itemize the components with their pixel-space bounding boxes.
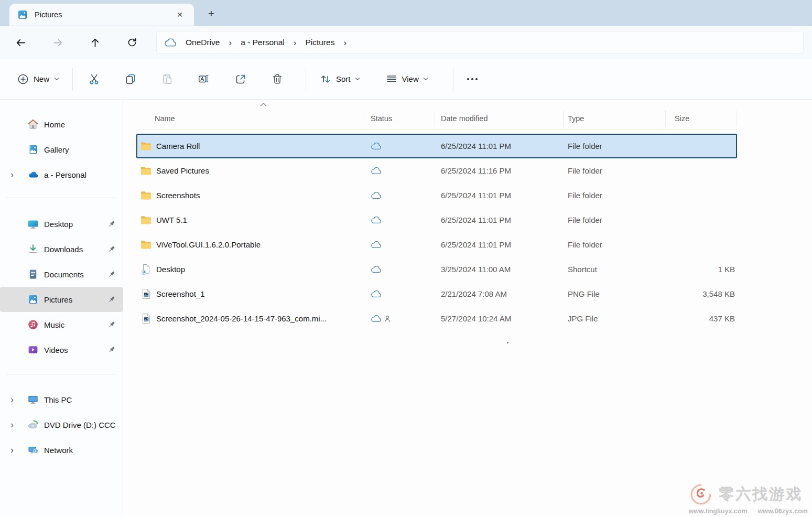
file-name: UWT 5.1 <box>156 216 187 224</box>
breadcrumb-item-onedrive[interactable]: OneDrive <box>179 35 226 50</box>
chevron-down-icon <box>355 77 360 81</box>
paste-button[interactable] <box>153 67 182 91</box>
column-header-date-modified[interactable]: Date modified <box>435 111 564 126</box>
cloud-status-icon <box>371 217 382 224</box>
sidebar-item-documents[interactable]: Documents <box>0 262 123 287</box>
file-name: Camera Roll <box>156 142 200 150</box>
plus-circle-icon <box>17 73 29 85</box>
share-button[interactable] <box>226 67 255 91</box>
file-row-screenshot-2024[interactable]: Screenshot_2024-05-26-14-15-47-963_com.m… <box>136 306 737 331</box>
music-icon <box>27 319 39 330</box>
sort-icon <box>319 73 332 85</box>
expand-chevron-icon[interactable]: › <box>6 445 27 456</box>
sidebar-item-videos[interactable]: Videos <box>0 337 123 362</box>
address-bar[interactable]: OneDrive › a - Personal › Pictures › <box>156 31 804 54</box>
command-bar: New Sort View <box>0 59 812 100</box>
sidebar-item-onedrive-personal[interactable]: › a - Personal <box>0 162 123 187</box>
rename-icon <box>198 73 210 85</box>
shortcut-icon <box>140 264 151 275</box>
view-button[interactable]: View <box>378 68 435 90</box>
rename-button[interactable] <box>189 67 219 91</box>
image-file-icon <box>140 314 151 324</box>
sidebar-item-label: Pictures <box>44 295 72 304</box>
expand-chevron-icon[interactable]: › <box>6 169 27 180</box>
image-file-icon <box>140 289 151 299</box>
file-type: File folder <box>564 191 666 200</box>
folder-icon <box>140 215 151 225</box>
column-header-status[interactable]: Status <box>364 111 435 126</box>
file-list-pane: Name Status Date modified Type Size Came… <box>123 100 812 517</box>
sidebar-item-pictures[interactable]: Pictures <box>0 287 123 312</box>
status-cell <box>364 266 435 273</box>
watermark-logo-icon <box>689 482 715 507</box>
file-row-vivetool[interactable]: ViVeTool.GUI.1.6.2.0.Portable 6/25/2024 … <box>136 232 737 257</box>
status-cell <box>364 192 435 199</box>
tab-bar: Pictures ✕ + <box>0 0 812 26</box>
tab-pictures[interactable]: Pictures ✕ <box>9 4 194 26</box>
file-row-screenshots[interactable]: Screenshots 6/25/2024 11:01 PM File fold… <box>136 183 737 208</box>
sidebar-item-music[interactable]: Music <box>0 312 123 337</box>
sidebar-item-gallery[interactable]: Gallery <box>0 137 123 162</box>
date-modified: 6/25/2024 11:01 PM <box>435 216 564 224</box>
cut-button[interactable] <box>79 67 109 91</box>
refresh-button[interactable] <box>122 33 143 52</box>
gallery-icon <box>27 144 39 155</box>
file-name: Desktop <box>156 265 185 274</box>
sidebar-item-label: Network <box>44 446 73 455</box>
file-row-screenshot-1[interactable]: Screenshot_1 2/21/2024 7:08 AM PNG File … <box>136 282 737 306</box>
dvd-drive-icon <box>27 419 39 430</box>
forward-button[interactable] <box>47 33 68 52</box>
breadcrumb-item-personal[interactable]: a - Personal <box>234 35 291 50</box>
sidebar-item-desktop[interactable]: Desktop <box>0 211 123 236</box>
file-type: PNG File <box>564 289 666 298</box>
file-row-uwt[interactable]: UWT 5.1 6/25/2024 11:01 PM File folder <box>136 208 737 232</box>
navigation-pane: Home Gallery › a - Personal Desktop <box>0 100 123 517</box>
onedrive-icon <box>27 169 39 180</box>
cloud-status-icon <box>371 143 382 150</box>
sidebar-item-this-pc[interactable]: › This PC <box>0 387 123 412</box>
stray-dot <box>507 342 508 343</box>
up-button[interactable] <box>84 33 105 52</box>
delete-button[interactable] <box>263 67 292 91</box>
breadcrumb-chevron-icon[interactable]: › <box>226 38 234 47</box>
tab-title: Pictures <box>35 10 173 19</box>
status-cell <box>364 241 435 249</box>
sort-ascending-caret-icon <box>260 102 267 107</box>
breadcrumb-chevron-icon[interactable]: › <box>341 38 349 47</box>
pictures-icon <box>27 294 39 305</box>
pin-icon <box>107 295 116 304</box>
sidebar-item-downloads[interactable]: Downloads <box>0 236 123 262</box>
file-type: File folder <box>564 142 666 150</box>
sidebar-divider <box>6 374 116 374</box>
sidebar-item-home[interactable]: Home <box>0 112 123 137</box>
sort-button[interactable]: Sort <box>312 68 367 90</box>
expand-chevron-icon[interactable]: › <box>6 419 27 430</box>
date-modified: 2/21/2024 7:08 AM <box>435 289 564 298</box>
desktop-icon <box>27 218 39 230</box>
breadcrumb-item-pictures[interactable]: Pictures <box>298 35 341 50</box>
sidebar-item-dvd-drive[interactable]: › DVD Drive (D:) CCC <box>0 412 123 437</box>
this-pc-icon <box>27 394 39 405</box>
new-button[interactable]: New <box>10 69 66 90</box>
column-header-size[interactable]: Size <box>666 111 737 126</box>
date-modified: 5/27/2024 10:24 AM <box>435 314 564 323</box>
close-tab-icon[interactable]: ✕ <box>173 8 187 21</box>
more-options-button[interactable] <box>460 68 485 91</box>
back-button[interactable] <box>10 33 31 52</box>
sidebar-item-label: a - Personal <box>44 170 86 179</box>
videos-icon <box>27 344 39 356</box>
file-row-camera-roll[interactable]: Camera Roll 6/25/2024 11:01 PM File fold… <box>136 134 737 158</box>
copy-button[interactable] <box>116 67 145 91</box>
breadcrumb-chevron-icon[interactable]: › <box>291 38 299 47</box>
column-header-type[interactable]: Type <box>564 111 666 126</box>
new-tab-button[interactable]: + <box>203 6 219 21</box>
watermark: 零六找游戏 www.lingliuyx.com www.06zyx.com <box>689 482 808 515</box>
file-name: Screenshot_1 <box>156 289 205 298</box>
file-row-desktop-shortcut[interactable]: Desktop 3/25/2024 11:00 AM Shortcut 1 KB <box>136 257 737 282</box>
sidebar-item-network[interactable]: › Network <box>0 437 123 462</box>
file-row-saved-pictures[interactable]: Saved Pictures 6/25/2024 11:16 PM File f… <box>136 158 737 183</box>
expand-chevron-icon[interactable]: › <box>6 394 27 405</box>
column-header-name[interactable]: Name <box>136 111 364 126</box>
folder-icon <box>140 166 151 176</box>
chevron-down-icon <box>54 77 59 81</box>
